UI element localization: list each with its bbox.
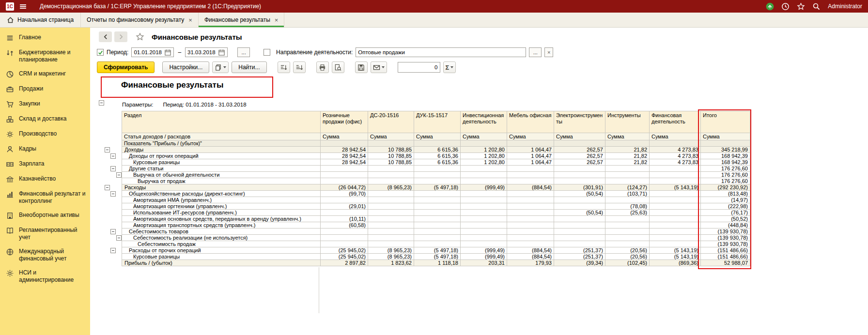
collapse-group-button[interactable] [110, 166, 116, 171]
value-cell[interactable]: (99,70) [321, 191, 368, 197]
value-cell[interactable] [507, 191, 554, 197]
sidebar-item-finresult[interactable]: Финансовый результат и контроллинг [0, 187, 90, 208]
back-button[interactable] [99, 31, 112, 42]
value-cell[interactable] [554, 203, 605, 210]
value-cell[interactable]: 6 615,36 [414, 147, 461, 153]
sum-header[interactable]: Сумма [461, 133, 507, 140]
collapse-group-button[interactable] [116, 172, 122, 178]
value-cell[interactable] [650, 166, 701, 172]
value-cell[interactable]: (5 143,19) [650, 184, 701, 191]
close-icon[interactable]: × [275, 17, 279, 23]
value-cell[interactable] [368, 210, 414, 216]
sum-header[interactable]: Сумма [554, 133, 605, 140]
favorites-icon[interactable] [797, 2, 805, 11]
value-cell[interactable] [650, 191, 701, 197]
total-value-cell[interactable]: (222,98) [701, 203, 750, 210]
total-value-cell[interactable]: 176 276,60 [701, 178, 750, 184]
value-cell[interactable]: 4 273,83 [650, 153, 701, 159]
value-cell[interactable] [461, 216, 507, 222]
report-variants-button[interactable] [212, 61, 229, 73]
home-tab[interactable]: Начальная страница [0, 13, 80, 27]
counter-input[interactable]: 0 [398, 62, 440, 73]
total-value-cell[interactable]: 345 218,99 [701, 147, 750, 153]
value-cell[interactable] [554, 228, 605, 235]
value-cell[interactable] [650, 241, 701, 247]
value-cell[interactable] [461, 166, 507, 172]
value-cell[interactable] [414, 178, 461, 184]
period-checkbox[interactable] [97, 49, 104, 56]
article-header[interactable]: Статья доходов / расходов [122, 133, 321, 140]
sidebar-item-warehouse[interactable]: Склад и доставка [0, 112, 90, 127]
preview-button[interactable] [332, 61, 344, 73]
column-header-3[interactable]: ДУК-15-1517 [414, 111, 461, 133]
total-value-cell[interactable]: (14,97) [701, 197, 750, 203]
value-cell[interactable] [507, 166, 554, 172]
value-cell[interactable] [414, 197, 461, 203]
direction-checkbox[interactable] [264, 49, 270, 56]
value-cell[interactable] [461, 235, 507, 241]
sum-button[interactable]: Σ [443, 61, 456, 73]
value-cell[interactable] [414, 172, 461, 178]
value-cell[interactable] [605, 241, 650, 247]
value-cell[interactable] [507, 172, 554, 178]
column-header-9[interactable]: Итого [701, 111, 750, 133]
total-value-cell[interactable]: (139 930,78) [701, 235, 750, 241]
total-value-cell[interactable]: (76,17) [701, 210, 750, 216]
value-cell[interactable] [368, 191, 414, 197]
value-cell[interactable]: (25,63) [605, 210, 650, 216]
value-cell[interactable] [650, 197, 701, 203]
total-value-cell[interactable]: (448,84) [701, 222, 750, 228]
date-to-input[interactable]: 31.03.2018 [185, 47, 228, 57]
collapse-group-button[interactable] [110, 153, 116, 159]
value-cell[interactable] [461, 241, 507, 247]
collapse-all-button[interactable] [99, 100, 104, 106]
value-cell[interactable]: (5 497,18) [414, 247, 461, 254]
value-cell[interactable] [554, 172, 605, 178]
history-icon[interactable] [781, 2, 790, 11]
value-cell[interactable]: (8 965,23) [368, 184, 414, 191]
value-cell[interactable]: (5 143,19) [650, 247, 701, 254]
row-label[interactable]: Амортизация транспортных средств (управл… [122, 222, 321, 228]
value-cell[interactable]: (10,11) [321, 216, 368, 222]
direction-clear-button[interactable]: × [544, 47, 553, 57]
value-cell[interactable] [554, 222, 605, 228]
value-cell[interactable]: 10 788,85 [368, 159, 414, 166]
value-cell[interactable]: 179,93 [507, 260, 554, 266]
value-cell[interactable]: 262,57 [554, 147, 605, 153]
value-cell[interactable] [605, 235, 650, 241]
calendar-icon[interactable] [218, 49, 225, 56]
column-header-8[interactable]: Финансовая деятельность [650, 111, 701, 133]
value-cell[interactable]: (39,34) [554, 260, 605, 266]
value-cell[interactable] [507, 216, 554, 222]
value-cell[interactable]: 1 064,47 [507, 159, 554, 166]
sum-header[interactable]: Сумма [507, 133, 554, 140]
value-cell[interactable] [554, 235, 605, 241]
value-cell[interactable]: 262,57 [554, 153, 605, 159]
total-value-cell[interactable]: (151 486,66) [701, 254, 750, 260]
value-cell[interactable] [414, 216, 461, 222]
value-cell[interactable] [650, 222, 701, 228]
value-cell[interactable] [507, 178, 554, 184]
value-cell[interactable]: 21,82 [605, 159, 650, 166]
value-cell[interactable]: 28 942,54 [321, 153, 368, 159]
sidebar-item-main[interactable]: Главное [0, 30, 90, 46]
row-label[interactable]: Амортизация оргтехники (управленч.) [122, 203, 321, 210]
value-cell[interactable] [321, 178, 368, 184]
send-mail-button[interactable] [371, 61, 387, 73]
value-cell[interactable]: (124,27) [605, 184, 650, 191]
value-cell[interactable]: (29,01) [321, 203, 368, 210]
row-label[interactable]: Себестоимость реализации (не используетс… [122, 235, 321, 241]
value-cell[interactable] [414, 166, 461, 172]
value-cell[interactable]: 4 273,83 [650, 147, 701, 153]
value-cell[interactable] [650, 203, 701, 210]
value-cell[interactable] [368, 235, 414, 241]
value-cell[interactable] [368, 228, 414, 235]
value-cell[interactable]: (884,54) [507, 254, 554, 260]
value-cell[interactable] [461, 210, 507, 216]
sum-header[interactable]: Сумма [605, 133, 650, 140]
direction-select-button[interactable]: ... [529, 47, 542, 57]
sidebar-item-regulated[interactable]: Регламентированный учет [0, 223, 90, 244]
value-cell[interactable] [507, 210, 554, 216]
column-header-2[interactable]: ДС-20-1516 [368, 111, 414, 133]
value-cell[interactable] [321, 235, 368, 241]
